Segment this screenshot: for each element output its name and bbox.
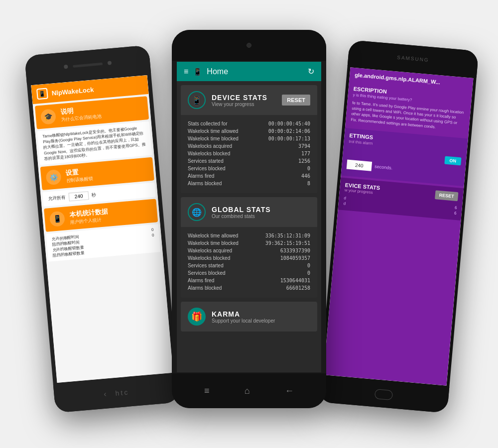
left-stat-value-4 — [155, 244, 155, 249]
device-stats-title: DEVICE STATS — [212, 94, 267, 102]
hamburger-menu-icon[interactable]: ≡ — [184, 67, 188, 76]
left-menu-text-settings: 设置 控制该唤醒锁 — [65, 166, 93, 184]
global-stat-value-svc-blocked: 0 — [307, 270, 310, 276]
global-stat-row-wl-blocked: Wakelock time blocked 39:362:15:19:51 — [188, 239, 310, 247]
global-stat-label-wl-blocked: Wakelock time blocked — [188, 240, 239, 246]
stat-value-svc-started: 1256 — [298, 158, 310, 164]
left-menu-icon-description: 🎓 — [40, 109, 57, 125]
right-stat-value-1: 6 — [455, 205, 458, 210]
global-stat-label-svc-blocked: Services blocked — [188, 270, 226, 276]
left-header-phone-icon: 📱 — [36, 88, 48, 100]
phone-right: SAMSUNG gle.android.gms.nlp.ALARM_W... E… — [318, 40, 479, 413]
phones-wrapper: 📱 NlpWakeLock 🎓 说明 为什么它会消耗电池 Tame唤醒锁NlpW… — [25, 20, 473, 428]
right-screen-content: gle.android.gms.nlp.ALARM_W... ESCRIPTIO… — [323, 67, 473, 385]
global-stat-row-wl-acquired: Wakelocks acquired 6333937390 — [188, 247, 310, 254]
right-device-stats-title-block: EVICE STATS w your progress — [345, 182, 380, 195]
stat-row-alarms-blocked: Alarms blocked 8 — [188, 180, 310, 187]
stat-row-wl-allowed: Wakelock time allowed 00:00:02:14:06 — [188, 127, 310, 135]
global-stats-table: Wakelock time allowed 336:35:12:31:09 Wa… — [181, 227, 317, 298]
right-settings-section: ETTINGS trol this alarm ON 240 seconds. — [341, 128, 468, 186]
global-stat-value-wl-blocked-count: 1084059357 — [280, 255, 310, 261]
global-stat-label-wl-blocked-count: Wakelocks blocked — [188, 255, 230, 261]
global-stat-label-svc-started: Services started — [188, 263, 224, 268]
device-stats-reset-button[interactable]: RESET — [282, 95, 310, 106]
stat-value-wl-blocked: 00:00:00:17:13 — [268, 136, 310, 141]
stat-row-alarms-fired: Alarms fired 446 — [188, 172, 310, 180]
karma-text-block: KARMA Support your local developer — [212, 310, 275, 324]
stat-value-wl-allowed: 00:00:02:14:06 — [268, 128, 310, 134]
stat-label-alarms-blocked: Alarms blocked — [188, 181, 222, 186]
left-stat-value-3 — [154, 238, 155, 244]
right-stat-value-2: 6 — [454, 211, 457, 215]
phone-center-top — [172, 30, 326, 61]
global-stat-label-wl-allowed: Wakelock time allowed — [188, 233, 238, 238]
left-settings-label: 允许所有 — [48, 194, 66, 202]
stat-value-alarms-blocked: 8 — [307, 181, 310, 186]
stat-row-wl-acquired: Wakelocks acquired 3794 — [188, 142, 310, 150]
center-screen-content: ≡ 📱 Home ↻ 📱 DEVICE STATS View your prog… — [177, 62, 321, 372]
home-button-right[interactable] — [374, 389, 393, 400]
stat-value-collected: 00:00:00:45:40 — [268, 121, 310, 126]
right-input-box[interactable]: 240 — [347, 159, 372, 171]
global-stats-subtitle: Our combined stats — [212, 214, 271, 219]
samsung-logo: SAMSUNG — [397, 54, 429, 63]
speaker-dot-left — [64, 65, 68, 69]
left-settings-unit: 秒 — [91, 192, 96, 199]
phone-center: ≡ 📱 Home ↻ 📱 DEVICE STATS View your prog… — [172, 30, 326, 408]
stat-value-wl-acquired: 3794 — [298, 143, 310, 149]
left-stats-text: 本机统计数据 用户的个人统计 — [69, 207, 109, 226]
left-menu-icon-settings: ⚙️ — [45, 169, 62, 186]
global-stat-label-alarms-blocked: Alarms blocked — [188, 285, 222, 291]
nav-home-icon[interactable]: ⌂ — [245, 386, 250, 396]
device-stats-section: 📱 DEVICE STATS View your progress RESET … — [181, 85, 317, 193]
stat-label-collected: Stats collected for — [188, 121, 227, 126]
stat-label-alarms-fired: Alarms fired — [188, 173, 214, 179]
global-stat-row-alarms-fired: Alarms fired 1530644031 — [188, 277, 310, 284]
stat-value-wl-blocked-count: 177 — [301, 151, 310, 156]
refresh-icon[interactable]: ↻ — [308, 67, 314, 76]
stat-row-wl-blocked: Wakelock time blocked 00:00:00:17:13 — [188, 135, 310, 142]
left-settings-input[interactable] — [68, 191, 89, 201]
global-stat-value-wl-blocked: 39:362:15:19:51 — [265, 240, 310, 246]
karma-section[interactable]: 🎁 KARMA Support your local developer — [181, 302, 317, 332]
topbar-phone-icon: 📱 — [193, 68, 202, 76]
global-stat-label-wl-acquired: Wakelocks acquired — [188, 248, 232, 253]
right-reset-button[interactable]: RESET — [435, 190, 458, 201]
camera-dot — [247, 43, 251, 48]
back-icon-left[interactable]: ‹ — [104, 390, 107, 399]
device-stats-title-block: DEVICE STATS View your progress — [212, 94, 267, 107]
stat-row-wl-blocked-count: Wakelocks blocked 177 — [188, 150, 310, 157]
toggle-on-button[interactable]: ON — [444, 156, 462, 165]
global-stat-row-wl-allowed: Wakelock time allowed 336:35:12:31:09 — [188, 232, 310, 239]
global-stat-value-svc-started: 0 — [307, 263, 310, 268]
left-stat-value-1: 0 — [151, 227, 154, 233]
karma-title: KARMA — [212, 310, 275, 318]
global-stat-value-wl-allowed: 336:35:12:31:09 — [265, 233, 310, 238]
right-stat-label-1: d — [344, 196, 346, 200]
center-topbar: ≡ 📱 Home ↻ — [177, 62, 321, 81]
left-menu-text-description: 说明 为什么它会消耗电池 — [60, 104, 101, 123]
speaker-dot-right — [108, 61, 112, 65]
bottom-spacer — [177, 336, 321, 350]
global-stat-value-wl-acquired: 6333937390 — [280, 248, 310, 253]
left-header-title: NlpWakeLock — [51, 86, 94, 97]
right-input-label: seconds. — [374, 164, 393, 171]
global-stat-value-alarms-fired: 1530644031 — [280, 278, 310, 283]
device-stats-table: Stats collected for 00:00:00:45:40 Wakel… — [181, 115, 317, 193]
global-stat-label-alarms-fired: Alarms fired — [188, 278, 214, 283]
global-stat-row-alarms-blocked: Alarms blocked 66601258 — [188, 284, 310, 292]
phone-left: 📱 NlpWakeLock 🎓 说明 为什么它会消耗电池 Tame唤醒锁NlpW… — [24, 45, 180, 413]
global-stat-row-wl-blocked-count: Wakelocks blocked 1084059357 — [188, 254, 310, 262]
device-stats-icon: 📱 — [188, 91, 206, 109]
stat-label-svc-started: Services started — [188, 158, 224, 164]
global-stats-header: 🌐 GLOBAL STATS Our combined stats — [181, 197, 317, 227]
global-stats-section: 🌐 GLOBAL STATS Our combined stats Wakelo… — [181, 197, 317, 298]
nav-menu-icon[interactable]: ≡ — [204, 386, 210, 396]
stat-label-wl-blocked-count: Wakelocks blocked — [188, 151, 230, 156]
global-stat-value-alarms-blocked: 66601258 — [286, 285, 310, 291]
karma-icon: 🎁 — [188, 308, 206, 326]
nav-back-icon[interactable]: ← — [285, 386, 294, 396]
global-stats-title: GLOBAL STATS — [212, 206, 271, 214]
phone-left-screen: 📱 NlpWakeLock 🎓 说明 为什么它会消耗电池 Tame唤醒锁NlpW… — [31, 75, 173, 383]
phone-center-screen: ≡ 📱 Home ↻ 📱 DEVICE STATS View your prog… — [177, 62, 321, 372]
